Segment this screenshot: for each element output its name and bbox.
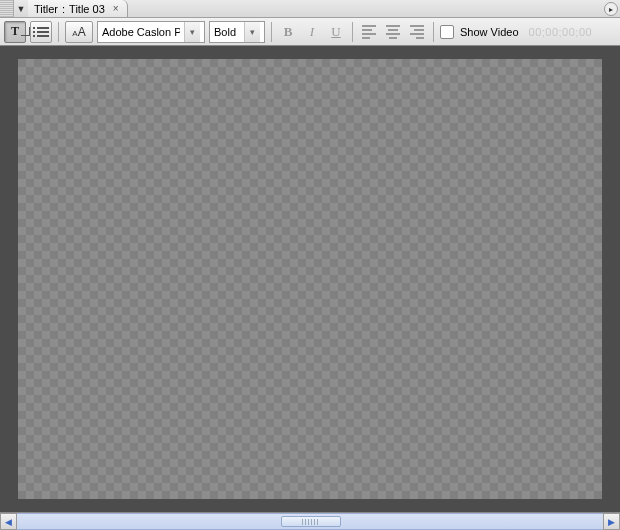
chevron-down-icon: ▾	[184, 22, 200, 42]
chevron-down-icon: ▾	[244, 22, 260, 42]
font-family-select[interactable]: Adobe Caslon Pro ▾	[97, 21, 205, 43]
italic-button[interactable]: I	[302, 22, 322, 42]
horizontal-scrollbar: ◀ ▶	[0, 513, 620, 530]
list-icon	[34, 27, 49, 37]
tab-title[interactable]: Titler: Title 03 ×	[28, 0, 128, 17]
scroll-right-button[interactable]: ▶	[603, 513, 620, 530]
tab-panel-label: Titler	[34, 3, 58, 15]
scroll-thumb[interactable]	[281, 516, 341, 527]
type-tool-button[interactable]	[4, 21, 26, 43]
show-video-label: Show Video	[460, 26, 519, 38]
font-size-tool-button[interactable]: AA	[65, 21, 93, 43]
timecode-display: 00;00;00;00	[529, 26, 593, 38]
close-tab-icon[interactable]: ×	[113, 3, 119, 14]
titler-panel: ▼ Titler: Title 03 × ▸ AA Adobe Caslon P…	[0, 0, 620, 530]
separator	[271, 22, 272, 42]
panel-menu-icon[interactable]: ▸	[604, 2, 618, 16]
font-weight-select[interactable]: Bold ▾	[209, 21, 265, 43]
title-canvas[interactable]	[18, 59, 602, 499]
scroll-track[interactable]	[17, 513, 603, 530]
align-center-button[interactable]	[383, 22, 403, 42]
underline-button[interactable]: U	[326, 22, 346, 42]
list-tool-button[interactable]	[30, 21, 52, 43]
font-size-icon: AA	[72, 25, 85, 39]
separator	[433, 22, 434, 42]
canvas-area	[0, 46, 620, 513]
toolbar: AA Adobe Caslon Pro ▾ Bold ▾ B I U Show …	[0, 18, 620, 46]
font-family-value: Adobe Caslon Pro	[102, 26, 180, 38]
align-left-button[interactable]	[359, 22, 379, 42]
align-right-button[interactable]	[407, 22, 427, 42]
tab-bar: ▼ Titler: Title 03 × ▸	[0, 0, 620, 18]
show-video-checkbox[interactable]	[440, 25, 454, 39]
disclosure-triangle-icon[interactable]: ▼	[14, 0, 28, 17]
scroll-left-button[interactable]: ◀	[0, 513, 17, 530]
font-weight-value: Bold	[214, 26, 240, 38]
panel-grip[interactable]	[0, 0, 14, 17]
separator	[352, 22, 353, 42]
tab-document-name: Title 03	[69, 3, 105, 15]
bold-button[interactable]: B	[278, 22, 298, 42]
type-tool-icon	[11, 24, 19, 39]
separator	[58, 22, 59, 42]
